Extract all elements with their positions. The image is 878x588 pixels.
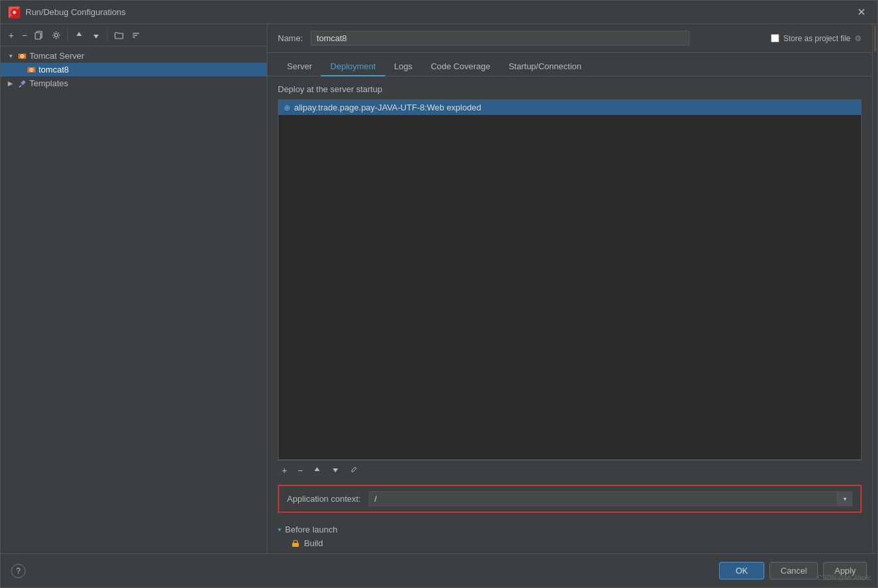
before-launch-section: ▾ Before launch Build xyxy=(278,518,862,553)
close-button[interactable]: ✕ xyxy=(853,5,870,20)
name-label: Name: xyxy=(278,33,303,43)
svg-point-3 xyxy=(55,33,58,37)
templates-label: Templates xyxy=(29,78,68,88)
app-context-label: Application context: xyxy=(287,494,361,504)
app-icon xyxy=(8,7,20,18)
settings-config-button[interactable] xyxy=(49,29,63,41)
remove-config-button[interactable]: − xyxy=(19,29,29,42)
tree-expand-icon: ▶ xyxy=(6,80,15,87)
app-context-input-wrapper: ▾ xyxy=(369,491,853,506)
down-arrow-icon xyxy=(92,31,101,40)
store-project-gear-icon[interactable]: ⚙ xyxy=(854,34,862,43)
sort-icon xyxy=(131,31,141,40)
svg-point-12 xyxy=(31,69,32,71)
deploy-edit-button[interactable] xyxy=(346,464,362,477)
up-config-button[interactable] xyxy=(72,29,86,41)
tab-startup-connection[interactable]: Startup/Connection xyxy=(499,57,590,76)
deployment-item-text: alipay.trade.page.pay-JAVA-UTF-8:Web exp… xyxy=(294,103,481,112)
store-project-label: Store as project file xyxy=(783,34,851,43)
deployment-list-toolbar: + − xyxy=(278,460,862,480)
toolbar-separator-2 xyxy=(107,30,108,41)
toolbar-separator xyxy=(67,30,68,41)
tree-item-templates[interactable]: ▶ Templates xyxy=(1,76,267,90)
build-icon xyxy=(291,539,300,548)
deployment-list: ⊕ alipay.trade.page.pay-JAVA-UTF-8:Web e… xyxy=(278,99,862,460)
add-config-button[interactable]: + xyxy=(6,29,16,42)
deploy-up-icon xyxy=(313,466,321,474)
down-config-button[interactable] xyxy=(89,29,103,41)
vertical-scrollbar[interactable] xyxy=(872,24,877,553)
watermark: CSDN @Mr.Aholic xyxy=(818,574,871,581)
folder-button[interactable] xyxy=(112,29,126,41)
app-context-section: Application context: ▾ xyxy=(278,485,862,513)
before-launch-build-item: Build xyxy=(278,537,862,549)
tomcat-server-icon xyxy=(18,52,27,61)
help-button[interactable]: ? xyxy=(11,564,25,578)
deploy-section-label: Deploy at the server startup xyxy=(278,84,862,94)
svg-rect-2 xyxy=(35,33,41,39)
deployment-item[interactable]: ⊕ alipay.trade.page.pay-JAVA-UTF-8:Web e… xyxy=(279,100,861,115)
deploy-down-icon xyxy=(331,466,339,474)
tree-group-label: Tomcat Server xyxy=(29,51,84,61)
store-project-checkbox[interactable] xyxy=(771,34,779,42)
web-artifact-icon: ⊕ xyxy=(284,103,290,112)
app-context-dropdown-button[interactable]: ▾ xyxy=(837,491,853,506)
sort-button[interactable] xyxy=(129,29,143,41)
before-launch-label: Before launch xyxy=(285,525,337,534)
up-arrow-icon xyxy=(75,31,84,40)
scrollbar-thumb[interactable] xyxy=(874,25,876,52)
deploy-edit-icon xyxy=(350,466,358,474)
copy-config-button[interactable] xyxy=(32,29,46,41)
tree-item-label: tomcat8 xyxy=(39,65,69,74)
name-input[interactable] xyxy=(311,31,690,46)
tree-item-tomcat8[interactable]: tomcat8 xyxy=(1,63,267,76)
deploy-up-button[interactable] xyxy=(309,464,325,477)
deploy-add-button[interactable]: + xyxy=(278,464,291,477)
wrench-icon xyxy=(18,79,27,88)
before-launch-build-label: Build xyxy=(304,538,323,548)
tab-deployment[interactable]: Deployment xyxy=(321,57,384,76)
svg-rect-13 xyxy=(292,543,299,547)
deploy-down-button[interactable] xyxy=(328,464,343,477)
tabs-bar: Server Deployment Logs Code Coverage Sta… xyxy=(267,53,872,76)
settings-icon xyxy=(52,31,61,40)
folder-icon xyxy=(114,31,124,40)
cancel-button[interactable]: Cancel xyxy=(769,562,818,580)
svg-point-9 xyxy=(22,56,23,57)
ok-button[interactable]: OK xyxy=(719,562,764,580)
tree-group-tomcat[interactable]: ▾ Tomcat Server xyxy=(1,49,267,63)
tab-code-coverage[interactable]: Code Coverage xyxy=(422,57,499,76)
copy-icon xyxy=(35,31,44,40)
tree-collapse-icon: ▾ xyxy=(6,52,15,59)
tomcat-config-icon xyxy=(27,65,36,74)
tab-server[interactable]: Server xyxy=(278,57,321,76)
deploy-remove-button[interactable]: − xyxy=(294,464,307,477)
tab-logs[interactable]: Logs xyxy=(385,57,422,76)
before-launch-toggle-icon[interactable]: ▾ xyxy=(278,526,281,533)
app-context-input[interactable] xyxy=(369,491,853,506)
dialog-title: Run/Debug Configurations xyxy=(25,7,126,17)
